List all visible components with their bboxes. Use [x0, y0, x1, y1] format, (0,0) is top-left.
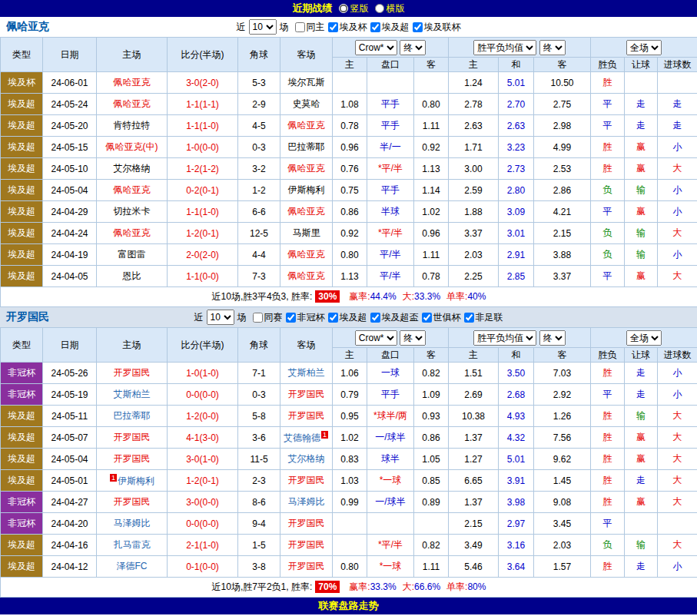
layout-option-horizontal[interactable]: 横版: [375, 2, 405, 15]
away-team-cell[interactable]: 佩哈亚克: [280, 115, 333, 137]
team-link[interactable]: 艾尔格纳: [288, 453, 325, 464]
away-team-cell[interactable]: 艾尔格纳: [280, 449, 333, 470]
filter-checkbox[interactable]: [286, 313, 296, 323]
home-team-cell[interactable]: 扎马雷克: [97, 535, 168, 556]
team-link[interactable]: 埃尔瓦斯: [288, 77, 325, 88]
filter-option[interactable]: 非冠杯: [286, 311, 325, 324]
team-link[interactable]: 佩哈亚克: [288, 120, 325, 131]
filter-checkbox[interactable]: [370, 22, 380, 32]
home-team-cell[interactable]: 泽德FC: [97, 556, 168, 578]
away-team-cell[interactable]: 史莫哈: [280, 94, 333, 115]
team-link[interactable]: 富图雷: [118, 249, 146, 260]
filter-option[interactable]: 埃及杯: [328, 21, 367, 34]
filter-option[interactable]: 世俱杯: [422, 311, 461, 324]
team-link[interactable]: 扎马雷克: [114, 539, 151, 550]
home-team-cell[interactable]: 马泽姆比: [97, 513, 168, 535]
team-link[interactable]: 伊斯梅利: [288, 184, 325, 195]
team-link[interactable]: 巴拉蒂耶: [288, 141, 325, 152]
team-link[interactable]: 泽德FC: [117, 561, 148, 571]
away-team-cell[interactable]: 巴拉蒂耶: [280, 137, 333, 158]
team-link[interactable]: 伊斯梅利: [118, 475, 154, 486]
odds-stage-select[interactable]: 终: [400, 40, 426, 55]
home-team-cell[interactable]: 富图雷: [97, 244, 168, 266]
home-team-cell[interactable]: 佩哈亚克: [97, 94, 168, 115]
team-link[interactable]: 史莫哈: [293, 98, 320, 109]
vertical-radio[interactable]: [339, 4, 348, 13]
team-link[interactable]: 艾斯柏兰: [114, 389, 151, 399]
team-link[interactable]: 佩哈亚克(中): [106, 141, 158, 152]
filter-option[interactable]: 埃及超盃: [370, 311, 419, 324]
team-link[interactable]: 恩比: [123, 270, 141, 281]
away-team-cell[interactable]: 开罗国民: [280, 556, 333, 578]
home-team-cell[interactable]: 巴拉蒂耶: [97, 406, 168, 427]
horizontal-radio[interactable]: [375, 4, 384, 13]
team-link[interactable]: 开罗国民: [288, 561, 325, 571]
europe-type-select[interactable]: 胜平负均值: [473, 40, 536, 55]
home-team-cell[interactable]: 佩哈亚克(中): [97, 137, 168, 158]
match-count-select[interactable]: 10: [207, 310, 234, 325]
team-link[interactable]: 佩哈亚克: [288, 206, 325, 217]
away-team-cell[interactable]: 开罗国民: [280, 384, 333, 406]
filter-checkbox[interactable]: [328, 313, 338, 323]
filter-option[interactable]: 埃及超: [370, 21, 410, 34]
away-team-cell[interactable]: 埃尔瓦斯: [280, 72, 333, 94]
home-team-cell[interactable]: 肯特拉特: [97, 115, 168, 137]
europe-type-select[interactable]: 胜平负均值: [473, 330, 536, 346]
filter-option[interactable]: 埃及联杯: [413, 21, 461, 34]
filter-option[interactable]: 同主: [295, 21, 325, 34]
away-team-cell[interactable]: 开罗国民: [280, 470, 333, 492]
away-team-cell[interactable]: 佩哈亚克: [280, 201, 333, 223]
europe-stage-select[interactable]: 终: [539, 330, 566, 346]
odds-company-select[interactable]: Crow*: [355, 330, 397, 346]
team-link[interactable]: 佩哈亚克: [114, 77, 151, 88]
team-link[interactable]: 开罗国民: [288, 389, 325, 399]
filter-option[interactable]: 非足联: [464, 311, 503, 324]
layout-option-vertical[interactable]: 竖版: [339, 2, 369, 15]
team-link[interactable]: 开罗国民: [114, 496, 151, 507]
team-link[interactable]: 开罗国民: [288, 539, 325, 550]
filter-option[interactable]: 同赛: [253, 311, 283, 324]
home-team-cell[interactable]: 切拉米卡: [97, 201, 168, 223]
away-team-cell[interactable]: 开罗国民: [280, 535, 333, 556]
home-team-cell[interactable]: 艾斯柏兰: [97, 384, 168, 406]
team-link[interactable]: 肯特拉特: [114, 120, 151, 131]
home-team-cell[interactable]: 艾尔格纳: [97, 158, 168, 180]
away-team-cell[interactable]: 伊斯梅利: [280, 180, 333, 201]
team-link[interactable]: 马泽姆比: [114, 518, 151, 528]
away-team-cell[interactable]: 艾斯柏兰: [280, 363, 333, 384]
filter-checkbox[interactable]: [253, 313, 263, 323]
filter-checkbox[interactable]: [370, 313, 380, 323]
odds-stage-select[interactable]: 终: [400, 330, 426, 346]
scope-select[interactable]: 全场: [626, 40, 662, 55]
team-link[interactable]: 开罗国民: [288, 518, 325, 528]
team-link[interactable]: 开罗国民: [114, 453, 151, 464]
filter-checkbox[interactable]: [464, 313, 474, 323]
home-team-cell[interactable]: 佩哈亚克: [97, 180, 168, 201]
filter-checkbox[interactable]: [295, 22, 305, 32]
away-team-cell[interactable]: 佩哈亚克: [280, 244, 333, 266]
scope-select[interactable]: 全场: [626, 330, 662, 346]
team-link[interactable]: 开罗国民: [288, 475, 325, 485]
home-team-cell[interactable]: 佩哈亚克: [97, 223, 168, 244]
team-link[interactable]: 佩哈亚克: [114, 98, 151, 109]
away-team-cell[interactable]: 佩哈亚克: [280, 158, 333, 180]
team-link[interactable]: 佩哈亚克: [114, 184, 151, 195]
filter-checkbox[interactable]: [422, 313, 432, 323]
away-team-cell[interactable]: 马泽姆比: [280, 492, 333, 513]
home-team-cell[interactable]: 佩哈亚克: [97, 72, 168, 94]
home-team-cell[interactable]: 开罗国民: [97, 363, 168, 384]
match-count-select[interactable]: 10: [249, 19, 277, 35]
away-team-cell[interactable]: 开罗国民: [280, 513, 333, 535]
team-link[interactable]: 切拉米卡: [114, 206, 151, 217]
home-team-cell[interactable]: 1伊斯梅利: [97, 470, 168, 492]
away-team-cell[interactable]: 佩哈亚克: [280, 266, 333, 287]
home-team-cell[interactable]: 开罗国民: [97, 492, 168, 513]
europe-stage-select[interactable]: 终: [539, 40, 566, 55]
team-link[interactable]: 马泽姆比: [288, 496, 325, 507]
home-team-cell[interactable]: 开罗国民: [97, 427, 168, 449]
team-link[interactable]: 佩哈亚克: [114, 227, 151, 238]
team-link[interactable]: 艾德翰德: [284, 432, 320, 443]
filter-option[interactable]: 埃及超: [328, 311, 367, 324]
away-team-cell[interactable]: 开罗国民: [280, 406, 333, 427]
away-team-cell[interactable]: 艾德翰德1: [280, 427, 333, 449]
